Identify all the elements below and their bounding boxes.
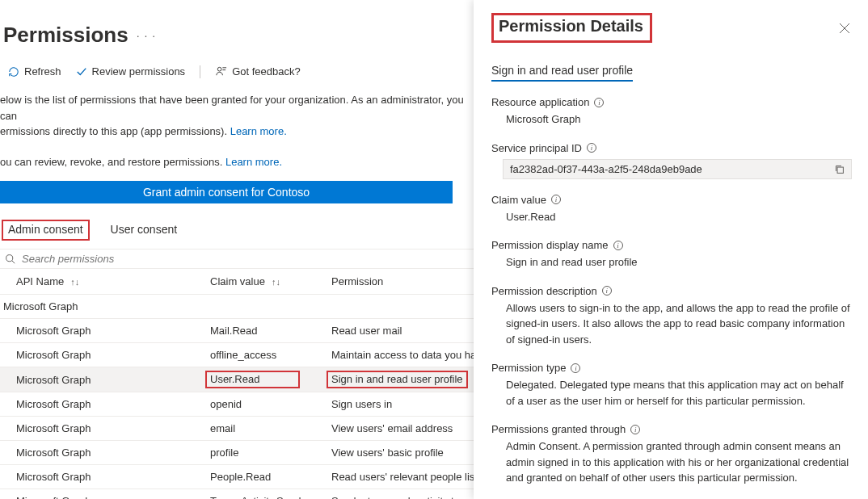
group-header: Microsoft Graph: [0, 295, 474, 319]
sort-icon: ↑↓: [70, 277, 79, 287]
tab-admin-consent[interactable]: Admin consent: [2, 220, 90, 241]
toolbar-divider: [200, 65, 200, 78]
more-icon[interactable]: · · ·: [137, 29, 156, 42]
consent-tabs: Admin consent User consent: [0, 220, 474, 241]
learn-more-link-2[interactable]: Learn more.: [225, 156, 282, 168]
spid-value-box: fa2382ad-0f37-443a-a2f5-248da9eb9ade: [503, 159, 852, 179]
spid-label: Service principal IDi: [491, 142, 850, 154]
col-claim-value[interactable]: Claim value↑↓: [194, 269, 315, 295]
info-icon[interactable]: i: [613, 241, 623, 250]
granted-through-label: Permissions granted throughi: [491, 423, 850, 435]
table-row[interactable]: Microsoft GraphTeamsActivity.SendSend a …: [0, 489, 474, 500]
info-icon[interactable]: i: [594, 98, 604, 107]
review-label: Review permissions: [92, 65, 186, 78]
info-icon[interactable]: i: [587, 143, 596, 153]
table-row[interactable]: Microsoft GraphprofileView users' basic …: [0, 441, 474, 465]
table-row[interactable]: Microsoft GraphemailView users' email ad…: [0, 417, 474, 441]
table-row[interactable]: Microsoft GraphPeople.ReadRead users' re…: [0, 465, 474, 489]
feedback-label: Got feedback?: [232, 65, 301, 78]
search-input[interactable]: [20, 252, 469, 266]
close-icon[interactable]: [839, 23, 850, 34]
review-permissions-button[interactable]: Review permissions: [71, 64, 191, 79]
description-1: elow is the list of permissions that hav…: [0, 87, 474, 141]
table-row[interactable]: Microsoft Graph User.Read Sign in and re…: [0, 367, 474, 392]
grant-consent-button[interactable]: Grant admin consent for Contoso: [0, 181, 453, 203]
permissions-table: API Name↑↓ Claim value↑↓ Permission Micr…: [0, 269, 474, 499]
description-2: ou can review, revoke, and restore permi…: [0, 149, 474, 172]
table-row[interactable]: Microsoft GraphopenidSign users in: [0, 392, 474, 417]
permissions-main: Permissions · · · Refresh Review permiss…: [0, 0, 474, 499]
claim-value: User.Read: [491, 206, 850, 225]
col-api-name[interactable]: API Name↑↓: [0, 269, 194, 295]
refresh-icon: [8, 66, 19, 78]
panel-title: Permission Details: [499, 17, 643, 35]
feedback-icon: [215, 65, 227, 78]
highlighted-claim: User.Read: [205, 371, 300, 388]
highlighted-perm: Sign in and read user profile: [327, 371, 468, 388]
refresh-button[interactable]: Refresh: [3, 64, 66, 79]
svg-point-1: [6, 255, 13, 262]
info-icon[interactable]: i: [602, 286, 612, 296]
refresh-label: Refresh: [24, 65, 61, 78]
granted-through-value: Admin Consent. A permission granted thro…: [491, 435, 850, 486]
info-icon[interactable]: i: [630, 425, 640, 434]
copy-icon[interactable]: [834, 164, 845, 174]
resource-app-label: Resource applicationi: [491, 96, 850, 108]
info-icon[interactable]: i: [551, 195, 561, 204]
learn-more-link-1[interactable]: Learn more.: [230, 125, 287, 137]
command-bar: Refresh Review permissions Got feedback?: [0, 52, 474, 87]
info-icon[interactable]: i: [571, 363, 580, 373]
permission-name-tab[interactable]: Sign in and read user profile: [491, 64, 633, 82]
table-row[interactable]: Microsoft Graphoffline_accessMaintain ac…: [0, 343, 474, 367]
resource-app-value: Microsoft Graph: [491, 108, 850, 128]
sort-icon: ↑↓: [272, 277, 280, 287]
tab-user-consent[interactable]: User consent: [109, 220, 179, 241]
check-icon: [76, 66, 87, 78]
claim-label: Claim valuei: [491, 194, 850, 206]
table-row[interactable]: Microsoft GraphMail.ReadRead user mail: [0, 319, 474, 343]
svg-point-0: [217, 67, 221, 71]
search-icon: [5, 254, 15, 264]
display-name-label: Permission display namei: [491, 239, 850, 251]
desc-label: Permission descriptioni: [491, 285, 850, 297]
type-value: Delegated. Delegated type means that thi…: [491, 374, 850, 409]
display-name-value: Sign in and read user profile: [491, 251, 850, 270]
desc-1b: ermissions directly to this app (app per…: [0, 125, 230, 137]
type-label: Permission typei: [491, 362, 850, 374]
col-permission[interactable]: Permission: [315, 269, 474, 295]
page-title: Permissions: [3, 23, 129, 48]
svg-rect-2: [837, 167, 843, 173]
search-row: [0, 249, 474, 269]
desc-value: Allows users to sign-in to the app, and …: [491, 297, 850, 348]
desc-1a: elow is the list of permissions that hav…: [0, 94, 464, 122]
desc-2a: ou can review, revoke, and restore permi…: [0, 156, 225, 168]
permission-details-panel: Permission Details Sign in and read user…: [474, 0, 868, 499]
feedback-button[interactable]: Got feedback?: [210, 64, 305, 79]
panel-title-highlight: Permission Details: [491, 13, 652, 43]
